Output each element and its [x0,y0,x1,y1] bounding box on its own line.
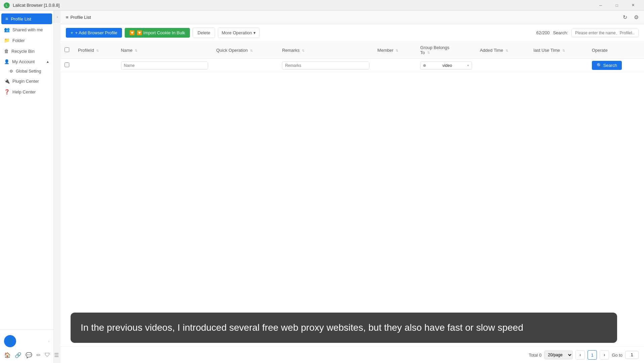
sidebar-item-shared-with-me[interactable]: 👥 Shared with me [0,24,53,35]
filter-last-use [529,59,588,72]
more-operation-button[interactable]: More Operation ▾ [218,28,259,38]
table-header-row: ProfileId ⇅ Name ⇅ Quick Operation ⇅ R [61,42,644,59]
sort-icon-profileid: ⇅ [96,49,99,52]
my-account-header[interactable]: 👤 My Account ▲ [0,56,53,67]
app-title: Lalicat Browser [1.0.8.8] [13,3,59,8]
column-header-quick-operation[interactable]: Quick Operation ⇅ [212,42,278,59]
profile-list-tab[interactable]: ≡ Profile List [63,13,93,21]
help-icon: ❓ [4,89,10,94]
shared-icon: 👥 [4,27,10,32]
next-page-button[interactable]: › [600,350,609,360]
filter-name-input[interactable] [121,62,208,70]
folder-icon: 📁 [4,38,10,43]
filter-operate-cell: 🔍 Search [588,59,644,72]
add-browser-profile-button[interactable]: + + Add Browser Profile [66,28,122,38]
sort-icon-quick-op: ⇅ [250,49,253,52]
page-number: 1 [591,353,594,358]
filter-member [373,59,416,72]
column-header-profileid[interactable]: ProfileId ⇅ [74,42,117,59]
sidebar-item-label: Profile List [11,16,31,22]
minimize-button[interactable]: ─ [593,0,608,11]
filter-remarks-input[interactable] [282,62,369,70]
sidebar-item-profile-list[interactable]: ≡ Profile List [1,13,52,24]
sidebar-item-label: Folder [12,38,25,43]
more-operation-label: More Operation [222,30,252,35]
titlebar: L Lalicat Browser [1.0.8.8] ─ □ ✕ [0,0,644,11]
column-header-group[interactable]: Group Belongs To ⇅ [416,42,476,59]
column-header-name[interactable]: Name ⇅ [117,42,212,59]
toolbar: + + Add Browser Profile 🔽 🔽 Import Cooki… [61,24,644,42]
my-account-label: My Account [12,59,35,64]
sidebar-item-plugin-center[interactable]: 🔌 Plugin Center [0,76,53,86]
sidebar-item-recycle-bin[interactable]: 🗑 Recycle Bin [0,46,53,56]
main-topbar: ≡ Profile List ↻ ⚙ [61,11,644,24]
sort-icon-member: ⇅ [396,49,398,52]
delete-label: Delete [198,30,210,35]
filter-added-time [476,59,530,72]
list-icon: ≡ [5,16,8,22]
chat-icon[interactable]: 💬 [26,352,32,358]
toolbar-right: 62/200 Search: [536,29,639,37]
sidebar-expand-button[interactable]: › [54,11,61,23]
settings-button[interactable]: ⚙ [631,12,641,23]
gear-icon: ⚙ [9,69,13,74]
filter-remarks-cell [278,59,373,72]
sidebar-item-folder[interactable]: 📁 Folder [0,35,53,46]
sidebar-nav-icons: 🏠 🔗 💬 ✏ 🛡 ☰ [0,350,53,360]
filter-group-cell: video ▾ [416,59,476,72]
maximize-button[interactable]: □ [609,0,625,11]
refresh-button[interactable]: ↻ [620,12,630,23]
dropdown-arrow-icon: ▾ [253,30,256,35]
filter-row-checkbox[interactable] [65,63,69,67]
user-avatar-area[interactable]: 👤 › [0,332,53,350]
sort-icon-last-use: ⇅ [562,49,565,52]
import-label: 🔽 Import Cookie In Bulk [137,30,185,35]
sidebar-item-global-setting[interactable]: ⚙ Global Setting [0,67,53,76]
column-header-remarks[interactable]: Remarks ⇅ [278,42,373,59]
sidebar-bottom: 👤 › 🏠 🔗 💬 ✏ 🛡 ☰ [0,329,53,363]
account-icon: 👤 [4,59,9,64]
table-container: ProfileId ⇅ Name ⇅ Quick Operation ⇅ R [61,42,644,347]
sort-icon-added-time: ⇅ [506,49,508,52]
total-count: Total 0 [529,353,541,358]
global-setting-label: Global Setting [16,69,41,74]
prev-page-button[interactable]: ‹ [575,350,585,360]
close-button[interactable]: ✕ [625,0,641,11]
avatar-icon: 👤 [6,337,14,345]
search-input[interactable] [571,29,639,37]
shield-icon[interactable]: 🛡 [45,352,50,358]
column-header-member[interactable]: Member ⇅ [373,42,416,59]
import-cookie-button[interactable]: 🔽 🔽 Import Cookie In Bulk [125,28,190,38]
expand-arrow-icon: › [57,15,58,19]
current-page-indicator: 1 [588,350,597,360]
sidebar-item-label: Shared with me [12,27,43,32]
group-dot-icon [423,63,427,68]
column-header-added-time[interactable]: Added Time ⇅ [476,42,530,59]
per-page-select[interactable]: 20/page 50/page 100/page [544,351,573,359]
menu-icon[interactable]: ☰ [54,352,59,358]
next-icon: › [604,353,605,357]
table-search-button[interactable]: 🔍 Search [592,61,622,70]
user-avatar: 👤 [4,335,16,347]
sidebar-item-label: Help Center [12,89,36,94]
group-dropdown[interactable]: video ▾ [420,62,472,70]
column-header-operate: Operate [588,42,644,59]
goto-page-input[interactable] [625,351,639,359]
delete-button[interactable]: Delete [193,28,215,38]
search-label: Search: [553,30,568,35]
filter-quick-op [212,59,278,72]
column-header-last-use-time[interactable]: last Use Time ⇅ [529,42,588,59]
sidebar-item-label: Plugin Center [12,79,39,84]
refresh-icon: ↻ [623,14,627,21]
tab-label: Profile List [71,15,91,20]
lalicat-logo-icon: L [3,2,10,9]
select-all-checkbox[interactable] [65,47,69,52]
edit-icon[interactable]: ✏ [36,352,41,358]
profile-count: 62/200 [536,30,550,35]
sidebar-item-help-center[interactable]: ❓ Help Center [0,86,53,97]
filter-name-cell [117,59,212,72]
sort-icon-name: ⇅ [135,49,137,52]
link-icon[interactable]: 🔗 [15,352,22,358]
home-icon[interactable]: 🏠 [4,352,11,358]
settings-icon: ⚙ [634,14,639,21]
